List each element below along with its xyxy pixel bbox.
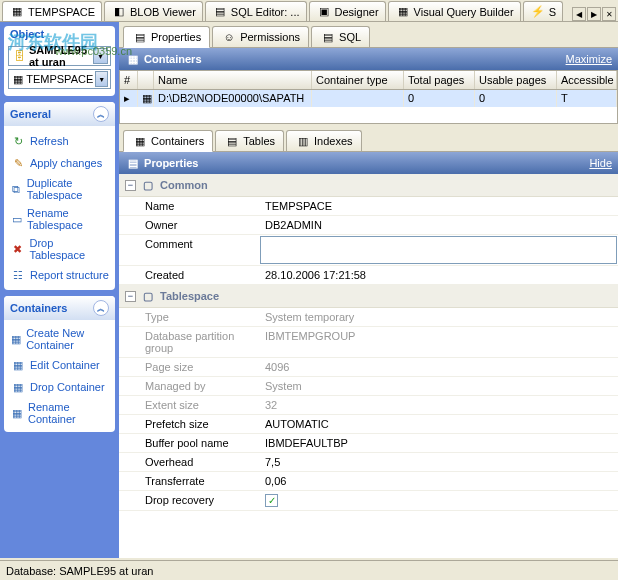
- row-indicator: ▸: [120, 90, 138, 107]
- object-label: Object: [4, 26, 115, 42]
- action-rename-container[interactable]: ▦Rename Container: [8, 398, 111, 428]
- refresh-icon: ↻: [10, 133, 26, 149]
- tablespace-icon: ▦: [11, 71, 24, 87]
- col-usable[interactable]: Usable pages: [475, 71, 557, 89]
- object-panel: Object 🗄 SAMPLE95 at uran ▼ ▦ TEMPSPACE …: [4, 26, 115, 96]
- action-create-container[interactable]: ▦Create New Container: [8, 324, 111, 354]
- collapse-box-icon[interactable]: −: [125, 291, 136, 302]
- prop-managedby: Managed bySystem: [119, 377, 618, 396]
- chevron-down-icon[interactable]: ▼: [95, 71, 108, 87]
- tab-blob-viewer[interactable]: ◧BLOB Viewer: [104, 1, 203, 21]
- prop-created: Created28.10.2006 17:21:58: [119, 266, 618, 285]
- tab-tempspace[interactable]: ▦TEMPSPACE: [2, 1, 102, 21]
- props-icon: ▤: [125, 155, 141, 171]
- tab-designer[interactable]: ▣Designer: [309, 1, 386, 21]
- create-icon: ▦: [10, 331, 22, 347]
- object-dropdown[interactable]: ▦ TEMPSPACE ▼: [8, 69, 111, 89]
- prop-type: TypeSystem temporary: [119, 308, 618, 327]
- col-total[interactable]: Total pages: [404, 71, 475, 89]
- tab-scroll-left[interactable]: ◀: [572, 7, 586, 21]
- edit-icon: ▦: [10, 357, 26, 373]
- prop-name: NameTEMPSPACE: [119, 197, 618, 216]
- prop-owner: OwnerDB2ADMIN: [119, 216, 618, 235]
- action-refresh[interactable]: ↻Refresh: [8, 130, 111, 152]
- apply-icon: ✎: [10, 155, 26, 171]
- general-header[interactable]: General ︽: [4, 102, 115, 126]
- group-common[interactable]: − ▢ Common: [119, 174, 618, 197]
- properties-section-header: ▤ Properties Hide: [119, 152, 618, 174]
- prop-comment[interactable]: Comment: [119, 235, 618, 266]
- prop-prefetch: Prefetch sizeAUTOMATIC: [119, 415, 618, 434]
- tab-tables-inner[interactable]: ▤Tables: [215, 130, 284, 151]
- action-drop[interactable]: ✖Drop Tablespace: [8, 234, 111, 264]
- group-icon: ▢: [140, 288, 156, 304]
- status-text: Database: SAMPLE95 at uran: [6, 565, 153, 577]
- col-num[interactable]: #: [120, 71, 138, 89]
- vqb-icon: ▦: [395, 4, 411, 20]
- containers-icon: ▦: [132, 133, 148, 149]
- action-drop-container[interactable]: ▦Drop Container: [8, 376, 111, 398]
- prop-extent: Extent size32: [119, 396, 618, 415]
- containers-section-header: ▦ Containers Maximize: [119, 48, 618, 70]
- blob-icon: ◧: [111, 4, 127, 20]
- prop-droprecovery[interactable]: Drop recovery: [119, 491, 618, 511]
- action-rename[interactable]: ▭Rename Tablespace: [8, 204, 111, 234]
- tab-nav: ◀ ▶ ✕: [571, 7, 616, 21]
- col-type[interactable]: Container type: [312, 71, 404, 89]
- tab-sql[interactable]: ▤SQL: [311, 26, 370, 47]
- drop-icon: ✖: [10, 241, 25, 257]
- containers-actions: ▦Create New Container ▦Edit Container ▦D…: [8, 324, 111, 428]
- table-row[interactable]: ▸ ▦ D:\DB2\NODE00000\SAPATH 0 0 T: [120, 90, 617, 107]
- containers-header[interactable]: Containers ︽: [4, 296, 115, 320]
- prop-dbpg: Database partition groupIBMTEMPGROUP: [119, 327, 618, 358]
- col-name[interactable]: Name: [154, 71, 312, 89]
- checkbox-droprecovery[interactable]: [265, 494, 278, 507]
- col-icon[interactable]: [138, 71, 154, 89]
- tab-containers-inner[interactable]: ▦Containers: [123, 130, 213, 152]
- hide-link[interactable]: Hide: [589, 157, 612, 169]
- action-apply[interactable]: ✎Apply changes: [8, 152, 111, 174]
- properties-list: − ▢ Common NameTEMPSPACE OwnerDB2ADMIN C…: [119, 174, 618, 558]
- tab-sql-editor[interactable]: ▤SQL Editor: ...: [205, 1, 307, 21]
- status-bar: Database: SAMPLE95 at uran: [0, 560, 618, 580]
- tab-properties[interactable]: ▤Properties: [123, 26, 210, 48]
- rename-container-icon: ▦: [10, 405, 24, 421]
- prop-transferrate: Transferrate0,06: [119, 472, 618, 491]
- tables-icon: ▤: [224, 133, 240, 149]
- containers-panel: Containers ︽ ▦Create New Container ▦Edit…: [4, 296, 115, 432]
- rename-icon: ▭: [10, 211, 23, 227]
- collapse-box-icon[interactable]: −: [125, 180, 136, 191]
- duplicate-icon: ⧉: [10, 181, 23, 197]
- tab-scroll-right[interactable]: ▶: [587, 7, 601, 21]
- tab-close[interactable]: ✕: [602, 7, 616, 21]
- tab-visual-query[interactable]: ▦Visual Query Builder: [388, 1, 521, 21]
- grid-header: # Name Container type Total pages Usable…: [120, 71, 617, 90]
- content-area: ▤Properties ☺Permissions ▤SQL ▦ Containe…: [119, 22, 618, 558]
- group-tablespace[interactable]: − ▢ Tablespace: [119, 285, 618, 308]
- group-icon: ▢: [140, 177, 156, 193]
- sql-icon: ▤: [320, 29, 336, 45]
- maximize-link[interactable]: Maximize: [566, 53, 612, 65]
- prop-overhead: Overhead7,5: [119, 453, 618, 472]
- props-icon: ▤: [132, 29, 148, 45]
- tab-indexes-inner[interactable]: ▥Indexes: [286, 130, 362, 151]
- tab-permissions[interactable]: ☺Permissions: [212, 26, 309, 47]
- action-edit-container[interactable]: ▦Edit Container: [8, 354, 111, 376]
- action-report[interactable]: ☷Report structure: [8, 264, 111, 286]
- prop-pagesize: Page size4096: [119, 358, 618, 377]
- property-tabs: ▤Properties ☺Permissions ▤SQL: [119, 22, 618, 48]
- tablespace-icon: ▦: [9, 4, 25, 20]
- action-duplicate[interactable]: ⧉Duplicate Tablespace: [8, 174, 111, 204]
- designer-icon: ▣: [316, 4, 332, 20]
- collapse-icon[interactable]: ︽: [93, 106, 109, 122]
- inner-tabs: ▦Containers ▤Tables ▥Indexes: [119, 124, 618, 152]
- drop-container-icon: ▦: [10, 379, 26, 395]
- perms-icon: ☺: [221, 29, 237, 45]
- tab-s[interactable]: ⚡S: [523, 1, 563, 21]
- top-tab-bar: ▦TEMPSPACE ◧BLOB Viewer ▤SQL Editor: ...…: [0, 0, 618, 22]
- col-acc[interactable]: Accessible: [557, 71, 617, 89]
- lightning-icon: ⚡: [530, 4, 546, 20]
- general-actions: ↻Refresh ✎Apply changes ⧉Duplicate Table…: [8, 130, 111, 286]
- collapse-icon[interactable]: ︽: [93, 300, 109, 316]
- general-panel: General ︽ ↻Refresh ✎Apply changes ⧉Dupli…: [4, 102, 115, 290]
